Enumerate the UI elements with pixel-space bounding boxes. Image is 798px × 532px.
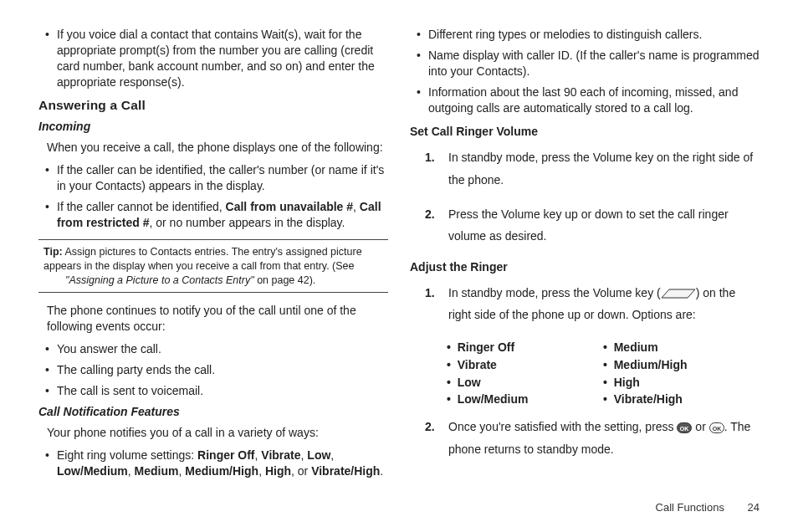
step-number: 2. <box>425 416 448 460</box>
list-item: • Eight ring volume settings: Ringer Off… <box>38 448 388 479</box>
list-item: • Different ring types or melodies to di… <box>410 27 760 43</box>
bullet-text: Different ring types or melodies to dist… <box>428 27 760 43</box>
bullet-icon: • <box>417 84 428 116</box>
bullet-text: If the caller can be identified, the cal… <box>57 162 388 194</box>
ringer-option: • Ringer Off <box>447 340 603 356</box>
option-label: Low/Medium <box>458 392 529 406</box>
step-text: Once you're satisfied with the setting, … <box>448 416 760 460</box>
step-text: Press the Volume key up or down to set t… <box>448 203 760 248</box>
bullet-text: The calling party ends the call. <box>57 362 388 378</box>
right-column: • Different ring types or melodies to di… <box>410 25 760 515</box>
bullet-icon: • <box>45 341 57 357</box>
bullet-text: Eight ring volume settings: Ringer Off, … <box>57 448 388 479</box>
step-text: In standby mode, press the Volume key on… <box>448 146 760 191</box>
bold-span: Medium/High <box>185 464 258 478</box>
text-span: If the caller cannot be identified, <box>57 200 226 213</box>
bold-span: Vibrate/High <box>311 464 380 478</box>
list-item: • If you voice dial a contact that conta… <box>38 27 388 90</box>
paragraph: The phone continues to notify you of the… <box>47 303 388 335</box>
option-label: Vibrate/High <box>614 392 683 406</box>
bullet-icon: • <box>45 448 57 479</box>
bold-span: Medium <box>135 464 179 478</box>
text-span: , <box>353 200 360 213</box>
option-label: Medium/High <box>614 358 688 371</box>
text-span: , or <box>291 464 311 478</box>
list-item: • You answer the call. <box>38 341 388 357</box>
paragraph: When you receive a call, the phone displ… <box>47 140 388 156</box>
left-column: • If you voice dial a contact that conta… <box>38 25 388 515</box>
bullet-text: The call is sent to voicemail. <box>57 383 388 399</box>
page-footer: Call Functions 24 <box>656 500 760 515</box>
bold-span: Low/Medium <box>57 464 128 478</box>
ringer-column-left: • Ringer Off • Vibrate • Low • Low/Mediu… <box>447 338 603 410</box>
text-span: Eight ring volume settings: <box>57 448 197 462</box>
option-label: High <box>614 376 640 389</box>
tip-reference-title: "Assigning a Picture to a Contacts Entry… <box>65 274 254 286</box>
list-item: • Information about the last 90 each of … <box>410 84 760 116</box>
option-label: Ringer Off <box>458 340 514 354</box>
footer-section: Call Functions <box>656 501 724 514</box>
text-span: Once you're satisfied with the setting, … <box>448 420 677 433</box>
step-number: 1. <box>425 146 448 191</box>
svg-text:OK: OK <box>712 426 721 432</box>
bold-span: Call from unavailable # <box>226 200 354 213</box>
ok-key-icon: OK <box>677 422 692 433</box>
heading-set-call-ringer-volume: Set Call Ringer Volume <box>410 124 760 140</box>
bullet-icon: • <box>417 27 428 43</box>
volume-key-icon <box>661 288 696 299</box>
ringer-option: • High <box>603 375 760 391</box>
text-span: . <box>380 464 383 478</box>
heading-incoming: Incoming <box>38 119 388 135</box>
heading-adjust-the-ringer: Adjust the Ringer <box>410 259 760 275</box>
bold-span: Low <box>307 448 330 462</box>
ringer-options-grid: • Ringer Off • Vibrate • Low • Low/Mediu… <box>447 338 760 410</box>
text-span: , <box>128 464 135 478</box>
footer-page-number: 24 <box>748 501 760 514</box>
numbered-item: 2. Press the Volume key up or down to se… <box>425 203 760 248</box>
bold-span: Vibrate <box>261 448 300 462</box>
paragraph: Your phone notifies you of a call in a v… <box>47 425 388 441</box>
tip-box: Tip: Assign pictures to Contacts entries… <box>38 239 388 294</box>
ringer-option: • Vibrate <box>447 357 603 373</box>
bullet-text: You answer the call. <box>57 341 388 357</box>
bullet-text: If you voice dial a contact that contain… <box>57 27 388 90</box>
list-item: • If the caller cannot be identified, Ca… <box>38 199 388 231</box>
list-item: • If the caller can be identified, the c… <box>38 162 388 194</box>
ringer-option: • Low <box>447 375 603 391</box>
tip-reference-tail: on page 42). <box>254 274 316 286</box>
option-label: Vibrate <box>458 358 497 371</box>
svg-text:OK: OK <box>680 426 689 432</box>
tip-reference: "Assigning a Picture to a Contacts Entry… <box>43 274 383 288</box>
text-span: or <box>692 420 708 433</box>
list-item: • The calling party ends the call. <box>38 362 388 378</box>
ringer-option: • Medium <box>603 340 760 356</box>
step-number: 2. <box>425 203 448 248</box>
bullet-text: Information about the last 90 each of in… <box>428 84 760 116</box>
tip-body: Assign pictures to Contacts entries. The… <box>43 246 362 272</box>
ok-key-outline-icon: OK <box>709 422 724 433</box>
heading-answering-a-call: Answering a Call <box>38 97 388 115</box>
step-text: In standby mode, press the Volume key ()… <box>448 282 760 326</box>
bullet-text: Name display with caller ID. (If the cal… <box>428 48 760 79</box>
ringer-option: • Low/Medium <box>447 391 603 407</box>
bold-span: High <box>265 464 291 478</box>
text-span: , <box>258 464 265 478</box>
bullet-icon: • <box>45 27 57 90</box>
bullet-icon: • <box>45 199 57 231</box>
bold-span: Ringer Off <box>197 448 254 462</box>
bullet-icon: • <box>45 162 57 194</box>
list-item: • Name display with caller ID. (If the c… <box>410 48 760 79</box>
ringer-column-right: • Medium • Medium/High • High • Vibrate/… <box>603 338 760 410</box>
ringer-option: • Medium/High <box>603 357 760 373</box>
list-item: • The call is sent to voicemail. <box>38 383 388 399</box>
bullet-icon: • <box>417 48 428 79</box>
bullet-icon: • <box>45 362 57 378</box>
numbered-item: 1. In standby mode, press the Volume key… <box>425 146 760 191</box>
option-label: Medium <box>614 340 658 354</box>
bullet-icon: • <box>45 383 57 399</box>
page: • If you voice dial a contact that conta… <box>0 0 798 532</box>
heading-call-notification: Call Notification Features <box>38 404 388 420</box>
text-span: In standby mode, press the Volume key ( <box>448 286 661 299</box>
tip-label: Tip: <box>43 246 63 258</box>
numbered-item: 2. Once you're satisfied with the settin… <box>425 416 760 460</box>
